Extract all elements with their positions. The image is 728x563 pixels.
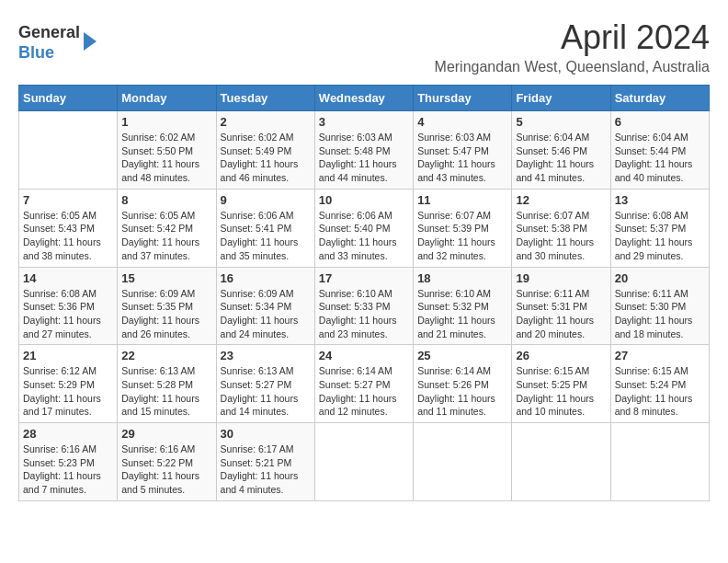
day-info: Sunrise: 6:02 AMSunset: 5:50 PMDaylight:… [121,131,211,185]
calendar-cell: 5Sunrise: 6:04 AMSunset: 5:46 PMDaylight… [512,111,610,190]
calendar-cell: 27Sunrise: 6:15 AMSunset: 5:24 PMDayligh… [610,345,709,423]
day-number: 6 [615,115,705,129]
calendar-body: 1Sunrise: 6:02 AMSunset: 5:50 PMDaylight… [19,111,710,501]
day-number: 8 [121,193,211,207]
weekday-header-cell: Sunday [19,86,118,111]
calendar-cell: 23Sunrise: 6:13 AMSunset: 5:27 PMDayligh… [216,345,314,423]
calendar-table: SundayMondayTuesdayWednesdayThursdayFrid… [18,85,710,501]
day-number: 5 [516,115,606,129]
day-number: 21 [23,349,113,362]
weekday-header-cell: Friday [512,86,610,111]
title-block: April 2024 Meringandan West, Queensland,… [435,18,710,75]
day-info: Sunrise: 6:04 AMSunset: 5:44 PMDaylight:… [615,131,705,185]
calendar-cell: 3Sunrise: 6:03 AMSunset: 5:48 PMDaylight… [314,111,413,190]
day-info: Sunrise: 6:17 AMSunset: 5:21 PMDaylight:… [221,442,311,497]
weekday-header-cell: Saturday [610,86,709,111]
day-number: 10 [319,193,409,207]
day-number: 17 [319,271,409,285]
calendar-cell: 24Sunrise: 6:14 AMSunset: 5:27 PMDayligh… [314,345,413,423]
day-number: 9 [221,193,311,207]
location-title: Meringandan West, Queensland, Australia [435,59,710,75]
calendar-cell: 15Sunrise: 6:09 AMSunset: 5:35 PMDayligh… [118,267,216,345]
calendar-cell: 17Sunrise: 6:10 AMSunset: 5:33 PMDayligh… [314,267,413,345]
calendar-cell: 1Sunrise: 6:02 AMSunset: 5:50 PMDaylight… [118,111,216,190]
day-number: 20 [615,271,705,285]
day-number: 26 [516,349,606,362]
day-info: Sunrise: 6:07 AMSunset: 5:38 PMDaylight:… [516,209,606,263]
calendar-cell: 2Sunrise: 6:02 AMSunset: 5:49 PMDaylight… [216,111,314,190]
day-info: Sunrise: 6:09 AMSunset: 5:34 PMDaylight:… [221,287,311,341]
calendar-cell [512,423,610,501]
month-title: April 2024 [435,18,710,57]
calendar-cell: 20Sunrise: 6:11 AMSunset: 5:30 PMDayligh… [610,267,709,345]
day-number: 3 [319,115,409,129]
day-info: Sunrise: 6:06 AMSunset: 5:40 PMDaylight:… [319,209,409,263]
day-info: Sunrise: 6:04 AMSunset: 5:46 PMDaylight:… [516,131,606,185]
weekday-header-cell: Tuesday [216,86,314,111]
logo-blue: Blue [18,43,54,62]
calendar-cell: 21Sunrise: 6:12 AMSunset: 5:29 PMDayligh… [19,345,118,423]
logo-general: General [18,23,80,41]
day-number: 16 [221,271,311,285]
day-info: Sunrise: 6:06 AMSunset: 5:41 PMDaylight:… [221,209,311,263]
day-info: Sunrise: 6:16 AMSunset: 5:22 PMDaylight:… [121,442,211,497]
calendar-cell: 11Sunrise: 6:07 AMSunset: 5:39 PMDayligh… [414,189,512,267]
calendar-cell: 7Sunrise: 6:05 AMSunset: 5:43 PMDaylight… [19,189,118,267]
day-number: 19 [516,271,606,285]
logo: General Blue [18,23,97,63]
day-number: 25 [417,349,507,362]
day-number: 27 [615,349,705,362]
day-info: Sunrise: 6:08 AMSunset: 5:36 PMDaylight:… [23,287,113,341]
day-number: 29 [121,427,211,441]
day-info: Sunrise: 6:07 AMSunset: 5:39 PMDaylight:… [417,209,507,263]
day-number: 1 [121,115,211,129]
day-number: 7 [23,193,113,207]
day-info: Sunrise: 6:03 AMSunset: 5:48 PMDaylight:… [319,131,409,185]
day-number: 28 [23,427,113,441]
day-number: 23 [221,349,311,362]
day-info: Sunrise: 6:12 AMSunset: 5:29 PMDaylight:… [23,364,113,419]
day-number: 2 [221,115,311,129]
calendar-cell: 8Sunrise: 6:05 AMSunset: 5:42 PMDaylight… [118,189,216,267]
day-info: Sunrise: 6:14 AMSunset: 5:27 PMDaylight:… [319,364,409,419]
calendar-cell: 16Sunrise: 6:09 AMSunset: 5:34 PMDayligh… [216,267,314,345]
calendar-cell: 14Sunrise: 6:08 AMSunset: 5:36 PMDayligh… [19,267,118,345]
day-number: 15 [121,271,211,285]
weekday-header-cell: Monday [118,86,216,111]
calendar-cell: 29Sunrise: 6:16 AMSunset: 5:22 PMDayligh… [118,423,216,501]
day-number: 11 [417,193,507,207]
day-info: Sunrise: 6:10 AMSunset: 5:33 PMDaylight:… [319,287,409,341]
day-info: Sunrise: 6:11 AMSunset: 5:30 PMDaylight:… [615,287,705,341]
calendar-cell: 28Sunrise: 6:16 AMSunset: 5:23 PMDayligh… [19,423,118,501]
day-info: Sunrise: 6:02 AMSunset: 5:49 PMDaylight:… [221,131,311,185]
day-info: Sunrise: 6:09 AMSunset: 5:35 PMDaylight:… [121,287,211,341]
day-info: Sunrise: 6:05 AMSunset: 5:43 PMDaylight:… [23,209,113,263]
day-number: 13 [615,193,705,207]
calendar-cell: 6Sunrise: 6:04 AMSunset: 5:44 PMDaylight… [610,111,709,190]
calendar-cell [610,423,709,501]
calendar-cell: 30Sunrise: 6:17 AMSunset: 5:21 PMDayligh… [216,423,314,501]
day-info: Sunrise: 6:13 AMSunset: 5:28 PMDaylight:… [121,364,211,419]
day-number: 4 [417,115,507,129]
day-info: Sunrise: 6:14 AMSunset: 5:26 PMDaylight:… [417,364,507,419]
day-number: 30 [221,427,311,441]
weekday-header-cell: Thursday [414,86,512,111]
day-info: Sunrise: 6:15 AMSunset: 5:25 PMDaylight:… [516,364,606,419]
calendar-cell: 19Sunrise: 6:11 AMSunset: 5:31 PMDayligh… [512,267,610,345]
calendar-cell: 10Sunrise: 6:06 AMSunset: 5:40 PMDayligh… [314,189,413,267]
calendar-week-row: 1Sunrise: 6:02 AMSunset: 5:50 PMDaylight… [19,111,710,190]
day-number: 12 [516,193,606,207]
calendar-week-row: 7Sunrise: 6:05 AMSunset: 5:43 PMDaylight… [19,189,710,267]
logo-arrow-icon [84,32,97,51]
calendar-cell: 4Sunrise: 6:03 AMSunset: 5:47 PMDaylight… [414,111,512,190]
day-number: 22 [121,349,211,362]
weekday-header-cell: Wednesday [314,86,413,111]
day-info: Sunrise: 6:03 AMSunset: 5:47 PMDaylight:… [417,131,507,185]
day-info: Sunrise: 6:08 AMSunset: 5:37 PMDaylight:… [615,209,705,263]
day-info: Sunrise: 6:16 AMSunset: 5:23 PMDaylight:… [23,442,113,497]
calendar-cell: 26Sunrise: 6:15 AMSunset: 5:25 PMDayligh… [512,345,610,423]
day-number: 24 [319,349,409,362]
weekday-header-row: SundayMondayTuesdayWednesdayThursdayFrid… [19,86,710,111]
calendar-week-row: 28Sunrise: 6:16 AMSunset: 5:23 PMDayligh… [19,423,710,501]
calendar-cell [19,111,118,190]
